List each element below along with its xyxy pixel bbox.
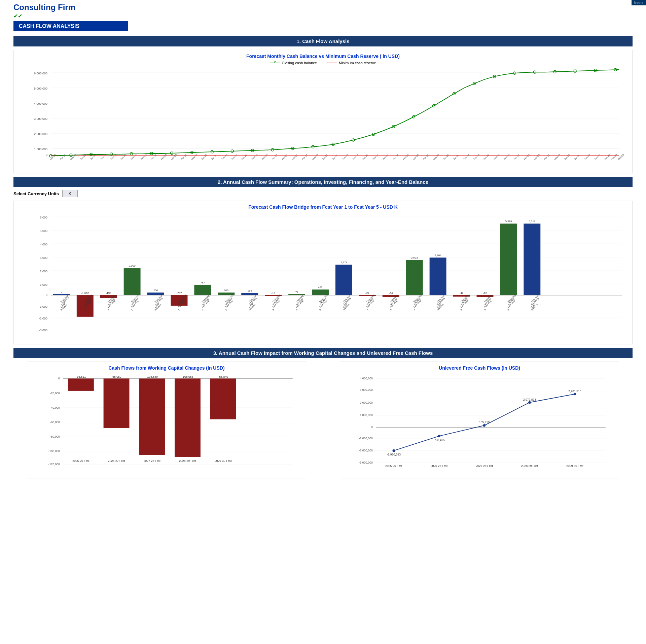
svg-text:-100,000: -100,000 [48,449,60,453]
svg-text:3,000,000: 3,000,000 [34,117,47,121]
section3-header: 3. Annual Cash Flow Impact from Working … [13,348,633,358]
svg-text:Apr-28: Apr-28 [422,154,429,161]
firm-name: Consulting Firm [13,3,633,12]
svg-text:Dec-29: Dec-29 [617,154,624,161]
svg-text:Feb-28: Feb-28 [402,154,409,161]
svg-point-293 [438,435,440,438]
svg-text:2027-28 Fcst: 2027-28 Fcst [476,464,493,468]
svg-text:Nov-28: Nov-28 [493,154,500,161]
svg-text:5,000,000: 5,000,000 [34,87,47,90]
svg-text:165,918: 165,918 [479,420,490,424]
unlevered-fcf-svg: 4,000,000 3,000,000 2,000,000 1,000,000 … [347,373,612,474]
svg-text:May-26: May-26 [190,153,198,161]
svg-text:72: 72 [295,291,298,294]
svg-text:Mar-29: Mar-29 [533,154,540,161]
svg-text:Oct-27: Oct-27 [362,154,369,161]
unlevered-fcf-chart: Unlevered Free Cash Flows (In USD) 4,000… [340,362,619,478]
svg-text:5: 5 [483,308,486,311]
svg-text:0: 0 [46,293,47,297]
svg-text:May-27: May-27 [312,153,319,161]
cash-flow-banner: CASH FLOW ANALYSIS [13,21,128,31]
svg-text:2,000: 2,000 [129,264,136,267]
svg-text:Jan-27: Jan-27 [271,154,278,160]
svg-text:-18: -18 [271,292,275,295]
svg-text:422: 422 [318,286,323,289]
svg-text:-55,840: -55,840 [218,375,228,378]
svg-rect-127 [124,268,141,295]
svg-text:787: 787 [201,281,205,284]
svg-rect-264 [104,378,130,428]
svg-rect-273 [210,378,236,419]
svg-text:3,000,000: 3,000,000 [360,388,373,392]
svg-point-292 [392,449,395,452]
svg-text:Aug-27: Aug-27 [342,154,349,161]
svg-text:4,000: 4,000 [40,243,47,246]
checkmarks: ✔✔ [13,13,633,19]
working-capital-svg: 0 -20,000 -40,000 -60,000 -80,000 -100,0… [34,373,299,474]
svg-text:1: 1 [131,308,133,311]
svg-rect-161 [524,224,540,295]
svg-rect-159 [500,224,517,295]
svg-text:-120,000: -120,000 [48,463,60,466]
svg-text:-60,000: -60,000 [50,420,60,424]
svg-text:-16,811: -16,811 [76,375,86,378]
closing-balance-line [51,69,619,156]
svg-text:3: 3 [295,308,298,311]
svg-text:5: 5 [460,308,463,311]
svg-text:Sep-29: Sep-29 [594,154,601,161]
svg-text:-3,000: -3,000 [39,329,47,332]
svg-text:2,000,000: 2,000,000 [360,401,373,404]
svg-point-296 [574,393,576,396]
svg-text:Nov-25: Nov-25 [130,154,137,161]
svg-text:Apr-27: Apr-27 [301,154,309,161]
svg-text:May-29: May-29 [553,153,561,161]
svg-text:200: 200 [153,289,158,292]
svg-text:2025-26 Fcst: 2025-26 Fcst [72,459,89,463]
svg-text:Oct-26: Oct-26 [241,154,248,161]
svg-text:Aug-29: Aug-29 [584,154,591,161]
svg-text:2029-30 Fcst: 2029-30 Fcst [566,464,583,468]
svg-text:Mar-27: Mar-27 [291,154,298,161]
legend-minimum: Minimum cash reserve [327,61,376,65]
svg-text:5,318: 5,318 [529,220,536,223]
currency-button[interactable]: K [62,190,78,197]
svg-text:Feb-27: Feb-27 [281,154,288,161]
svg-text:2025-26 Fcst: 2025-26 Fcst [385,464,402,468]
svg-text:4: 4 [366,308,369,311]
svg-text:Sep-27: Sep-27 [352,154,359,161]
svg-text:3: 3 [272,308,275,311]
svg-text:3,000: 3,000 [40,256,47,260]
svg-text:-68,050: -68,050 [111,375,121,378]
svg-text:-1,602: -1,602 [81,292,89,295]
svg-text:2026-27 Fcst: 2026-27 Fcst [108,459,125,463]
svg-text:-1,950,383: -1,950,383 [387,453,401,456]
svg-text:4,000,000: 4,000,000 [34,102,47,105]
svg-rect-267 [139,378,165,455]
svg-rect-133 [194,285,211,295]
svg-text:-54: -54 [389,292,393,295]
svg-text:168: 168 [248,289,252,292]
svg-text:Apr-26: Apr-26 [180,154,187,161]
svg-text:Nov-26: Nov-26 [251,154,258,161]
svg-text:5,000: 5,000 [40,229,47,233]
svg-text:-738,405: -738,405 [433,438,445,442]
section1-header: 1. Cash Flow Analysis [13,36,633,46]
svg-text:Jan-28: Jan-28 [392,154,399,160]
svg-text:1: 1 [107,308,110,311]
svg-text:-80,000: -80,000 [50,435,60,438]
svg-text:Dec-25: Dec-25 [140,154,147,161]
index-tab[interactable]: Index [632,0,646,5]
svg-text:Oct-28: Oct-28 [483,154,490,161]
svg-text:Nov-27: Nov-27 [372,154,379,161]
svg-text:-47: -47 [460,292,464,295]
svg-text:2,804: 2,804 [435,254,442,257]
svg-text:May-28: May-28 [432,153,440,161]
svg-text:5,318: 5,318 [505,220,512,223]
currency-selector: Select Currency Units K [13,190,633,197]
svg-text:Apr-25: Apr-25 [60,154,67,161]
svg-text:Oct-29: Oct-29 [604,154,611,161]
svg-text:200: 200 [224,289,229,292]
svg-text:May-25: May-25 [70,153,77,161]
svg-text:-787: -787 [176,292,182,295]
svg-rect-270 [175,378,201,457]
